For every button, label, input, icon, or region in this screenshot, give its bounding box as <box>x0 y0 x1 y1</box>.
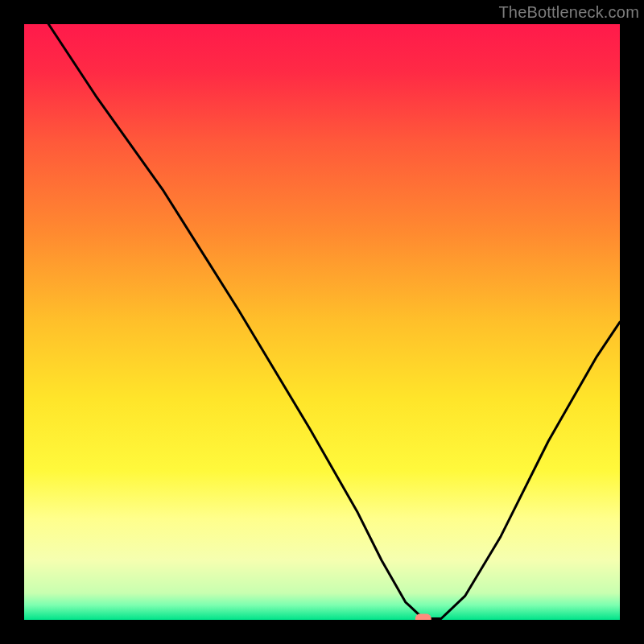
bottleneck-chart <box>0 0 644 644</box>
chart-stage: TheBottleneck.com <box>0 0 644 644</box>
chart-background <box>24 24 620 620</box>
watermark-text: TheBottleneck.com <box>498 3 639 22</box>
optimal-point-marker <box>415 614 431 624</box>
